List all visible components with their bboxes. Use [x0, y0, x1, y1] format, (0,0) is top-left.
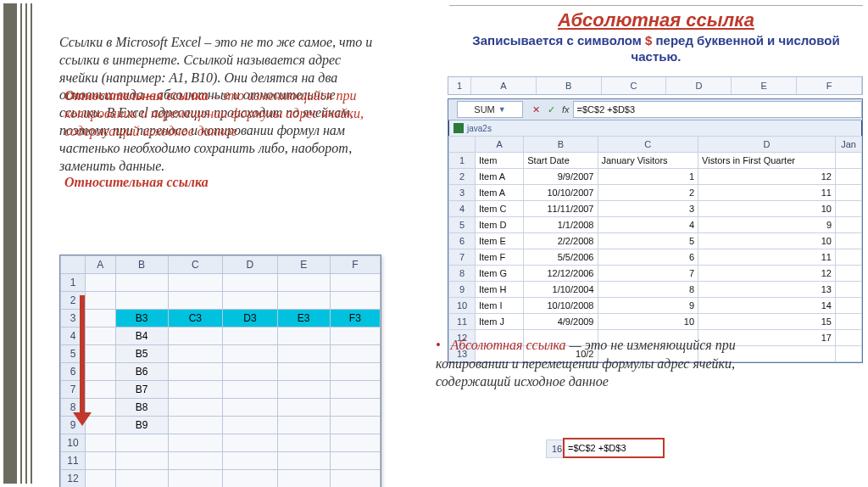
cell[interactable]: Item G [476, 266, 524, 282]
cell[interactable] [168, 292, 223, 310]
table-row[interactable]: 7Item F5/5/2006611 [449, 249, 862, 266]
cell[interactable]: January Visitors [598, 153, 698, 169]
cell[interactable] [277, 292, 330, 310]
cell[interactable] [168, 345, 223, 363]
cell[interactable] [115, 452, 168, 470]
row-num[interactable]: 1 [449, 153, 476, 169]
cell[interactable] [86, 310, 116, 327]
table-row[interactable]: 3Item A10/10/2007211 [449, 185, 862, 201]
row-num[interactable]: 11 [61, 452, 86, 470]
cell[interactable]: Vistors in First Quarter [698, 153, 836, 169]
cell[interactable]: B8 [115, 399, 168, 417]
row-num[interactable]: 6 [449, 233, 476, 249]
cell[interactable] [223, 417, 278, 434]
col-head[interactable]: C [168, 256, 223, 274]
cell[interactable] [86, 274, 116, 292]
cell[interactable]: 5 [598, 233, 698, 249]
cell[interactable] [168, 274, 223, 292]
table-row[interactable]: 5B5 [61, 345, 381, 363]
cell[interactable] [168, 381, 223, 399]
worksheet-grid[interactable]: A B C D Jan 1 Item Start Date January Vi… [448, 136, 862, 362]
cell[interactable] [836, 298, 862, 314]
cell[interactable] [223, 363, 278, 381]
col-head-b[interactable]: B [524, 137, 598, 153]
cancel-icon[interactable]: ✕ [528, 102, 543, 117]
cell[interactable] [277, 399, 330, 417]
cell[interactable]: 12 [698, 169, 836, 185]
cell[interactable] [168, 452, 223, 470]
cell[interactable]: Start Date [524, 153, 598, 169]
cell[interactable]: 9/9/2007 [524, 169, 598, 185]
cell[interactable] [223, 292, 278, 310]
table-row[interactable]: 10Item I10/10/2008914 [449, 298, 862, 314]
cell[interactable] [836, 249, 862, 266]
cell[interactable]: B9 [115, 417, 168, 434]
cell[interactable] [86, 399, 116, 417]
cell[interactable]: B4 [115, 327, 168, 345]
row-num[interactable]: 7 [449, 249, 476, 266]
row-num[interactable]: 3 [61, 310, 86, 327]
row-num[interactable]: 8 [61, 399, 86, 417]
cell-b3[interactable]: B3 [115, 310, 168, 327]
cell[interactable]: 12/12/2006 [524, 266, 598, 282]
cell[interactable]: Item E [476, 233, 524, 249]
cell[interactable] [86, 363, 116, 381]
cell[interactable] [277, 381, 330, 399]
table-row[interactable]: 7B7 [61, 381, 381, 399]
col-head-a[interactable]: A [476, 137, 524, 153]
cell[interactable] [86, 381, 116, 399]
cell[interactable] [115, 274, 168, 292]
row-num[interactable]: 5 [61, 345, 86, 363]
cell[interactable] [277, 452, 330, 470]
cell[interactable] [86, 345, 116, 363]
table-row[interactable]: 12 [61, 470, 381, 488]
row-num[interactable]: 2 [61, 292, 86, 310]
table-row[interactable]: 2Item A9/9/2007112 [449, 169, 862, 185]
cell[interactable] [277, 434, 330, 452]
cell[interactable]: C3 [168, 310, 223, 327]
table-row[interactable]: 1 [61, 274, 381, 292]
cell[interactable]: Item C [476, 201, 524, 217]
cell[interactable]: B5 [115, 345, 168, 363]
row-num[interactable]: 8 [449, 266, 476, 282]
table-row[interactable]: 6B6 [61, 363, 381, 381]
cell[interactable] [330, 345, 380, 363]
row-num[interactable]: 9 [61, 417, 86, 434]
cell[interactable] [330, 274, 380, 292]
cell[interactable] [277, 327, 330, 345]
cell[interactable] [836, 217, 862, 233]
fx-icon[interactable]: fx [562, 104, 570, 115]
table-row[interactable]: 8Item G12/12/2006712 [449, 266, 862, 282]
table-row[interactable]: 4Item C11/11/2007310 [449, 201, 862, 217]
cell[interactable] [86, 292, 116, 310]
cell[interactable] [223, 381, 278, 399]
row-num[interactable]: 11 [449, 314, 476, 330]
row-num[interactable]: 3 [449, 185, 476, 201]
cell[interactable] [168, 470, 223, 488]
row-num[interactable]: 12 [61, 470, 86, 488]
cell[interactable]: 10/10/2008 [524, 298, 598, 314]
cell[interactable] [168, 399, 223, 417]
cell[interactable] [223, 345, 278, 363]
cell[interactable] [223, 452, 278, 470]
cell[interactable]: 10 [698, 201, 836, 217]
cell[interactable] [330, 292, 380, 310]
cell[interactable] [168, 417, 223, 434]
cell[interactable] [330, 381, 380, 399]
cell[interactable] [836, 266, 862, 282]
workbook-tab[interactable]: java2s [448, 120, 862, 136]
cell[interactable]: 1/10/2004 [524, 282, 598, 298]
cell[interactable]: 15 [698, 314, 836, 330]
cell[interactable] [86, 452, 116, 470]
cell[interactable]: 1/1/2008 [524, 217, 598, 233]
cell[interactable]: 1 [598, 169, 698, 185]
cell[interactable] [168, 363, 223, 381]
cell[interactable] [836, 314, 862, 330]
table-row[interactable]: 2 [61, 292, 381, 310]
table-row[interactable]: 6Item E2/2/2008510 [449, 233, 862, 249]
cell[interactable]: 5/5/2006 [524, 249, 598, 266]
cell[interactable]: 10/10/2007 [524, 185, 598, 201]
table-row[interactable]: 10 [61, 434, 381, 452]
table-row[interactable]: 11 [61, 452, 381, 470]
row-num[interactable]: 5 [449, 217, 476, 233]
